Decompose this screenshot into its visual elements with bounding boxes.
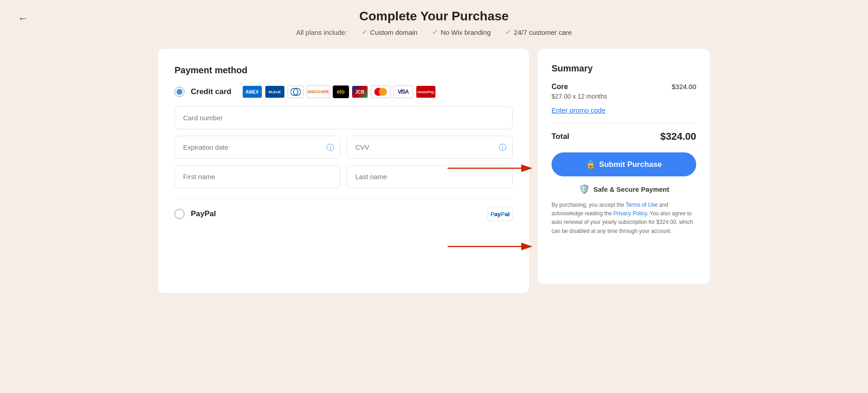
plan-feature-1: ✓ Custom domain bbox=[362, 28, 418, 36]
payment-divider bbox=[175, 198, 513, 199]
check-icon-1: ✓ bbox=[362, 28, 368, 36]
discover-logo: DISCOVER bbox=[307, 85, 330, 98]
plan-feature-2: ✓ No Wix branding bbox=[432, 28, 491, 36]
legal-text: By purchasing, you accept the Terms of U… bbox=[552, 201, 696, 236]
page-title: Complete Your Purchase bbox=[0, 9, 868, 24]
credit-card-row: Credit card AMEX BLEUE DISCOVER elo JCB bbox=[175, 85, 513, 98]
last-name-group bbox=[347, 165, 513, 188]
payment-section-title: Payment method bbox=[175, 65, 513, 76]
summary-product-row: Core $27.00 x 12 months $324.00 bbox=[552, 83, 696, 100]
total-label: Total bbox=[552, 132, 569, 141]
last-name-input[interactable] bbox=[347, 165, 513, 188]
total-row: Total $324.00 bbox=[552, 131, 696, 142]
page-wrapper: ← Complete Your Purchase All plans inclu… bbox=[0, 0, 868, 393]
credit-card-label: Credit card bbox=[191, 87, 231, 96]
bleue-logo: BLEUE bbox=[265, 85, 285, 98]
submit-btn-label: Submit Purchase bbox=[599, 160, 662, 169]
paypal-radio[interactable] bbox=[175, 209, 184, 219]
secure-text: Safe & Secure Payment bbox=[594, 185, 670, 193]
card-number-input[interactable] bbox=[175, 106, 513, 129]
unionpay-logo: UnionPay bbox=[416, 85, 436, 98]
amex-logo: AMEX bbox=[242, 85, 262, 98]
cvv-info-icon[interactable]: ⓘ bbox=[499, 142, 506, 152]
first-name-group bbox=[175, 165, 340, 188]
summary-product-info: Core $27.00 x 12 months bbox=[552, 83, 607, 100]
secure-row: 🛡️ Safe & Secure Payment bbox=[552, 184, 696, 194]
expiration-info-icon[interactable]: ⓘ bbox=[326, 142, 334, 152]
promo-code-link[interactable]: Enter promo code bbox=[552, 106, 696, 114]
paypal-row: PayPal PayPal bbox=[175, 207, 513, 221]
visa-logo: VISA bbox=[393, 85, 413, 98]
first-name-input[interactable] bbox=[175, 165, 340, 188]
mastercard-logo bbox=[371, 85, 391, 98]
product-price: $324.00 bbox=[672, 83, 696, 90]
shield-icon: 🛡️ bbox=[579, 184, 590, 194]
credit-card-radio[interactable] bbox=[175, 87, 184, 97]
cvv-input[interactable] bbox=[347, 136, 513, 159]
back-button[interactable]: ← bbox=[18, 13, 28, 24]
summary-title: Summary bbox=[552, 63, 696, 74]
main-content: Payment method Credit card AMEX BLEUE DI… bbox=[118, 49, 750, 293]
summary-divider bbox=[552, 123, 696, 123]
card-number-group bbox=[175, 106, 513, 129]
diners-icon bbox=[291, 87, 301, 96]
card-logos: AMEX BLEUE DISCOVER elo JCB bbox=[242, 85, 436, 98]
paypal-logo: PayPal bbox=[487, 207, 513, 221]
name-row bbox=[175, 165, 513, 188]
check-icon-2: ✓ bbox=[432, 28, 438, 36]
payment-panel: Payment method Credit card AMEX BLEUE DI… bbox=[158, 49, 529, 293]
plan-feature-3: ✓ 24/7 customer care bbox=[505, 28, 572, 36]
privacy-link[interactable]: Privacy Policy bbox=[613, 210, 647, 217]
exp-cvv-row: ⓘ ⓘ bbox=[175, 136, 513, 159]
cvv-group: ⓘ bbox=[347, 136, 513, 159]
submit-purchase-button[interactable]: 🔒 Submit Purchase bbox=[552, 152, 696, 176]
plans-bar: All plans include: ✓ Custom domain ✓ No … bbox=[0, 28, 868, 36]
lock-icon: 🔒 bbox=[586, 160, 595, 169]
expiration-group: ⓘ bbox=[175, 136, 340, 159]
paypal-left: PayPal bbox=[175, 209, 216, 219]
check-icon-3: ✓ bbox=[505, 28, 511, 36]
summary-panel: Summary Core $27.00 x 12 months $324.00 … bbox=[538, 49, 710, 284]
paypal-label: PayPal bbox=[191, 209, 216, 218]
product-detail: $27.00 x 12 months bbox=[552, 93, 607, 100]
diners-logo bbox=[288, 85, 304, 98]
expiration-input[interactable] bbox=[175, 136, 340, 159]
plans-label: All plans include: bbox=[296, 28, 347, 36]
elo-logo: elo bbox=[333, 85, 349, 98]
total-amount: $324.00 bbox=[660, 131, 696, 142]
jcb-logo: JCB bbox=[352, 85, 368, 98]
product-name: Core bbox=[552, 83, 607, 91]
terms-link[interactable]: Terms of Use bbox=[626, 202, 658, 208]
